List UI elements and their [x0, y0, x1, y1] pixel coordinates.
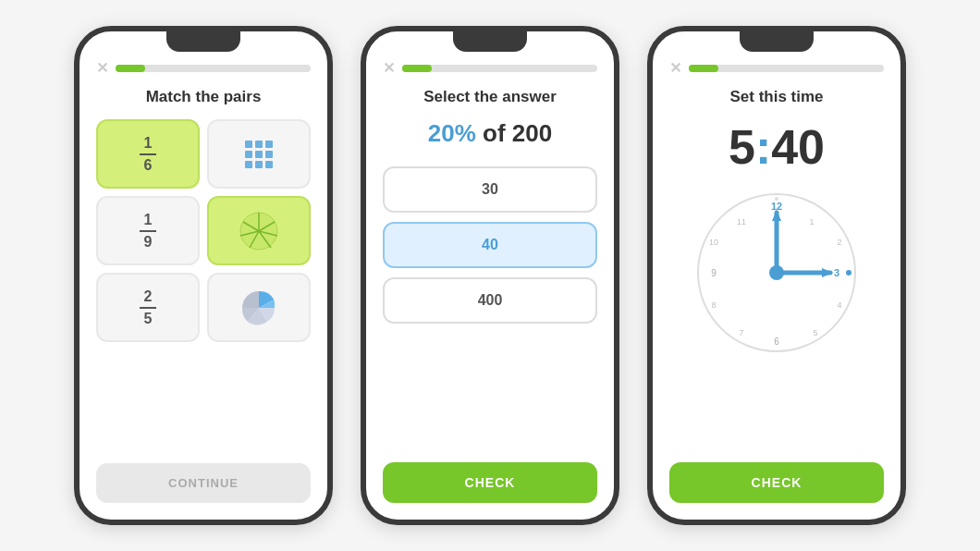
top-bar: ✕ [383, 59, 597, 77]
question-rest: of 200 [476, 119, 552, 147]
pie-green-icon [239, 211, 279, 251]
progress-bar-fill [689, 65, 718, 72]
pair-cell-fraction-sixth[interactable]: 1 6 [96, 119, 200, 189]
close-button[interactable]: ✕ [383, 59, 395, 77]
clock-container[interactable]: 12 3 6 9 1 2 4 5 7 8 10 11 [693, 190, 860, 356]
fraction-display: 1 9 [140, 212, 156, 251]
svg-text:11: 11 [737, 217, 746, 227]
phone3-title: Set this time [729, 88, 823, 106]
svg-text:3: 3 [834, 267, 839, 278]
notch [166, 31, 240, 52]
pair-cell-pie-green[interactable] [207, 196, 311, 265]
progress-bar-bg [689, 65, 884, 72]
check-button[interactable]: CHECK [383, 462, 597, 503]
svg-text:1: 1 [809, 217, 814, 227]
question-display: 20% of 200 [428, 119, 552, 148]
phone1-title: Match the pairs [146, 88, 262, 106]
svg-text:6: 6 [774, 337, 779, 347]
progress-bar-bg [402, 65, 597, 72]
pairs-grid: 1 6 [96, 119, 311, 342]
phone-match-pairs: ✕ Match the pairs 1 6 [74, 26, 333, 525]
time-hours: 5 [729, 120, 755, 174]
answer-option-400[interactable]: 400 [383, 277, 597, 324]
answer-option-30[interactable]: 30 [383, 166, 597, 213]
svg-text:10: 10 [709, 238, 718, 247]
notch [453, 31, 527, 52]
top-bar: ✕ [96, 59, 311, 77]
fraction-line [140, 230, 156, 232]
svg-text:8: 8 [711, 300, 716, 310]
pair-cell-fraction-ninth[interactable]: 1 9 [96, 196, 200, 265]
fraction-line [140, 307, 156, 309]
progress-bar-bg [116, 65, 311, 72]
answer-option-40[interactable]: 40 [383, 222, 597, 268]
phone-select-answer: ✕ Select the answer 20% of 200 30 40 400… [361, 26, 619, 525]
svg-text:7: 7 [739, 328, 743, 337]
progress-bar-fill [402, 65, 432, 72]
time-colon: : [755, 120, 771, 174]
continue-button[interactable]: CONTINUE [96, 463, 311, 503]
svg-point-21 [775, 197, 778, 201]
pair-cell-fraction-fifth[interactable]: 2 5 [96, 273, 200, 342]
answer-options: 30 40 400 [383, 166, 597, 324]
svg-text:2: 2 [837, 238, 841, 247]
grid-icon [245, 141, 273, 168]
question-percent: 20% [428, 119, 476, 147]
svg-point-26 [769, 265, 784, 280]
pair-cell-grid[interactable] [207, 119, 311, 189]
check-button-3[interactable]: CHECK [669, 462, 884, 503]
phone2-title: Select the answer [423, 88, 557, 106]
svg-text:5: 5 [813, 328, 817, 337]
progress-bar-fill [116, 65, 145, 72]
pair-cell-pie-blue[interactable] [207, 273, 311, 342]
close-button[interactable]: ✕ [96, 59, 108, 77]
notch [740, 31, 814, 52]
top-bar: ✕ [669, 59, 884, 77]
time-minutes: 40 [771, 120, 825, 174]
time-display: 5:40 [729, 119, 825, 175]
clock-svg: 12 3 6 9 1 2 4 5 7 8 10 11 [693, 190, 860, 356]
fraction-line [140, 153, 156, 155]
pie-blue-icon [239, 288, 279, 328]
phone-set-time: ✕ Set this time 5:40 12 3 6 9 1 2 4 [647, 26, 906, 525]
fraction-display: 1 6 [140, 135, 156, 174]
svg-text:4: 4 [837, 300, 841, 310]
fraction-display: 2 5 [140, 288, 156, 327]
svg-point-27 [846, 270, 851, 276]
svg-text:9: 9 [711, 268, 717, 278]
close-button[interactable]: ✕ [669, 59, 681, 77]
